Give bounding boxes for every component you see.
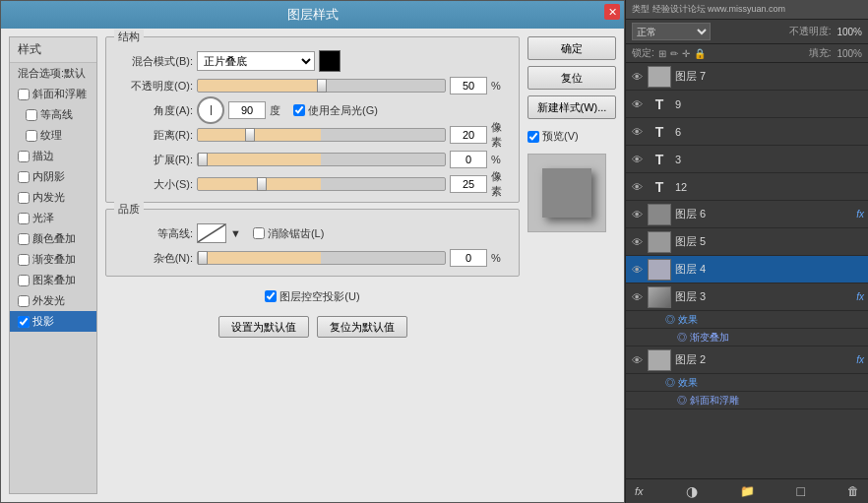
curve-dropdown-arrow[interactable]: ▼ xyxy=(230,227,241,239)
stroke-checkbox[interactable] xyxy=(18,151,30,162)
angle-dial[interactable] xyxy=(197,96,224,124)
new-style-button[interactable]: 新建样式(W)... xyxy=(527,95,616,119)
global-light-checkbox[interactable] xyxy=(293,104,305,116)
drop-shadow-checkbox[interactable] xyxy=(18,316,30,328)
adjustment-button[interactable]: ◑ xyxy=(683,482,701,500)
layer-item-5[interactable]: 👁 图层 5 xyxy=(626,228,868,256)
style-item-bevel[interactable]: 斜面和浮雕 xyxy=(10,84,96,104)
style-item-pattern-overlay[interactable]: 图案叠加 xyxy=(10,270,96,290)
style-item-inner-glow[interactable]: 内发光 xyxy=(10,187,96,208)
pattern-overlay-checkbox[interactable] xyxy=(18,275,30,286)
texture-checkbox[interactable] xyxy=(26,130,37,142)
angle-label: 角度(A): xyxy=(114,103,193,118)
eye-icon-9[interactable]: 👁 xyxy=(630,97,644,111)
distance-value-input[interactable] xyxy=(450,126,487,144)
dialog-close-button[interactable]: ✕ xyxy=(604,4,620,20)
eye-icon-2[interactable]: 👁 xyxy=(630,353,644,367)
noise-value-input[interactable] xyxy=(450,249,487,267)
distance-slider[interactable] xyxy=(197,128,446,142)
cancel-button[interactable]: 复位 xyxy=(527,66,616,90)
inner-shadow-checkbox[interactable] xyxy=(18,171,30,183)
quality-section: 品质 等高线: ▼ xyxy=(105,209,520,277)
style-item-contour[interactable]: 等高线 xyxy=(10,104,96,125)
style-item-gradient-overlay[interactable]: 渐变叠加 xyxy=(10,249,96,270)
style-item-texture[interactable]: 纹理 xyxy=(10,125,96,146)
curve-preview[interactable] xyxy=(197,223,226,243)
layer-thumb-7 xyxy=(648,66,671,88)
lock-icon-all[interactable]: 🔒 xyxy=(694,48,706,59)
blend-mode-select[interactable]: 正片叠底 正常 溶解 xyxy=(197,51,315,71)
set-default-button[interactable]: 设置为默认值 xyxy=(218,316,309,338)
color-overlay-checkbox[interactable] xyxy=(18,233,30,245)
layer-item-12[interactable]: 👁 T 12 xyxy=(626,173,868,201)
spread-slider[interactable] xyxy=(197,153,446,166)
bevel-checkbox[interactable] xyxy=(18,89,30,100)
spread-row: 扩展(R): % xyxy=(114,150,511,169)
size-value-input[interactable] xyxy=(450,175,487,193)
lock-icon-move[interactable]: ✛ xyxy=(682,48,690,59)
satin-checkbox[interactable] xyxy=(18,213,30,224)
angle-unit: 度 xyxy=(270,103,289,118)
eye-icon-12[interactable]: 👁 xyxy=(630,180,644,194)
structure-section: 结构 混合模式(B): 正片叠底 正常 溶解 不透明度(O xyxy=(105,36,520,203)
eye-icon-6n[interactable]: 👁 xyxy=(630,208,644,221)
global-light-label: 使用全局光(G) xyxy=(293,103,378,118)
style-item-blend[interactable]: 混合选项:默认 xyxy=(10,63,96,84)
preview-inner xyxy=(542,168,591,218)
lock-icon-paint[interactable]: ✏ xyxy=(670,48,678,59)
eye-icon-5[interactable]: 👁 xyxy=(630,235,644,249)
blend-color-swatch[interactable] xyxy=(319,50,341,72)
layer-item-6n[interactable]: 👁 图层 6 fx xyxy=(626,201,868,228)
eye-icon-4[interactable]: 👁 xyxy=(630,263,644,277)
outer-glow-checkbox[interactable] xyxy=(18,295,30,307)
spread-value-input[interactable] xyxy=(450,151,487,168)
style-item-satin[interactable]: 光泽 xyxy=(10,208,96,228)
layer-item-3t[interactable]: 👁 T 3 xyxy=(626,146,868,173)
style-item-color-overlay[interactable]: 颜色叠加 xyxy=(10,228,96,249)
layer-item-4[interactable]: 👁 图层 4 xyxy=(626,256,868,283)
opacity-slider[interactable] xyxy=(197,79,446,93)
noise-unit: % xyxy=(491,252,511,264)
center-settings-panel: 结构 混合模式(B): 正片叠底 正常 溶解 不透明度(O xyxy=(105,36,520,494)
eye-icon-3n[interactable]: 👁 xyxy=(630,290,644,304)
eye-icon-3t[interactable]: 👁 xyxy=(630,153,644,166)
opacity-value-input[interactable] xyxy=(450,77,487,94)
contour-row: 等高线: ▼ 消除锯齿(L) xyxy=(114,223,511,243)
eye-icon-7[interactable]: 👁 xyxy=(630,70,644,84)
new-layer-button[interactable]: □ xyxy=(794,482,808,500)
size-unit: 像素 xyxy=(491,169,511,199)
lock-icon-position[interactable]: ⊞ xyxy=(658,48,666,59)
layer-item-6t[interactable]: 👁 T 6 xyxy=(626,118,868,146)
angle-value-input[interactable] xyxy=(228,101,266,119)
folder-button[interactable]: 📁 xyxy=(737,483,758,499)
text-icon-3t: T xyxy=(648,152,671,167)
eye-icon-6t[interactable]: 👁 xyxy=(630,125,644,139)
noise-slider[interactable] xyxy=(197,251,446,265)
knockout-checkbox[interactable] xyxy=(265,290,277,302)
blend-mode-label: 混合模式(B): xyxy=(114,54,193,69)
style-item-inner-shadow[interactable]: 内阴影 xyxy=(10,166,96,187)
layer-item-2[interactable]: 👁 图层 2 fx xyxy=(626,346,868,374)
layers-bottom-bar: fx ◑ 📁 □ 🗑 xyxy=(626,478,868,503)
layers-lock-row: 锁定: ⊞ ✏ ✛ 🔒 填充: 100% xyxy=(626,44,868,63)
layer-item-7[interactable]: 👁 图层 7 xyxy=(626,63,868,91)
gradient-overlay-checkbox[interactable] xyxy=(18,254,30,266)
style-item-drop-shadow[interactable]: 投影 xyxy=(10,311,96,332)
inner-glow-checkbox[interactable] xyxy=(18,192,30,204)
style-item-stroke[interactable]: 描边 xyxy=(10,146,96,166)
layer-item-3n[interactable]: 👁 图层 3 fx xyxy=(626,283,868,311)
preview-checkbox[interactable] xyxy=(527,131,539,143)
reset-default-button[interactable]: 复位为默认值 xyxy=(317,316,407,338)
layer-item-9[interactable]: 👁 T 9 xyxy=(626,91,868,118)
lock-label: 锁定: xyxy=(632,46,654,60)
size-slider[interactable] xyxy=(197,177,446,191)
ok-button[interactable]: 确定 xyxy=(527,36,616,60)
delete-layer-button[interactable]: 🗑 xyxy=(844,483,862,499)
size-row: 大小(S): 像素 xyxy=(114,174,511,194)
anti-alias-checkbox[interactable] xyxy=(253,227,265,239)
contour-checkbox[interactable] xyxy=(26,109,37,121)
opacity-display-value: 100% xyxy=(837,27,862,37)
fx-bottom-button[interactable]: fx xyxy=(632,484,647,498)
layer-mode-select[interactable]: 正常 正片叠底 xyxy=(632,23,711,40)
style-item-outer-glow[interactable]: 外发光 xyxy=(10,290,96,311)
